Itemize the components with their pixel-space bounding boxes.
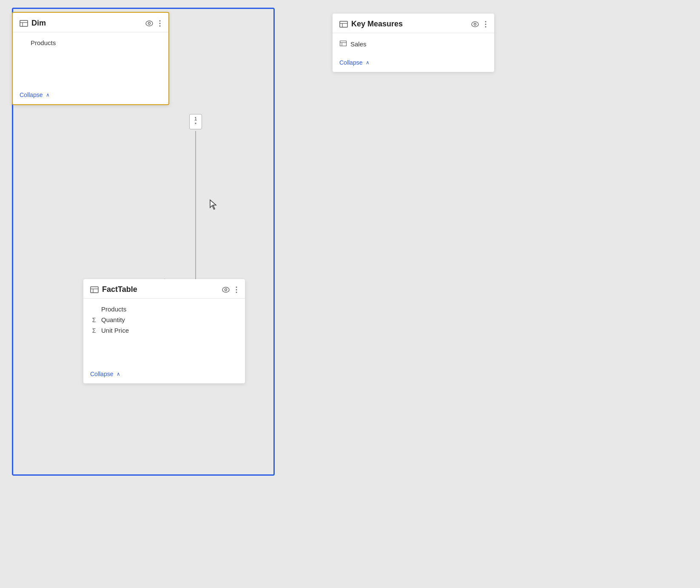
svg-point-8 — [148, 22, 151, 24]
key-measures-body: Sales — [333, 33, 494, 55]
svg-point-26 — [485, 23, 487, 25]
fact-field-unit-price: Σ Unit Price — [90, 325, 238, 336]
sales-label: Sales — [350, 40, 367, 48]
svg-rect-20 — [340, 21, 347, 27]
fact-field-products: Products — [90, 304, 238, 314]
key-measures-collapse-label: Collapse — [339, 59, 362, 66]
dim-products-label: Products — [31, 39, 56, 46]
key-measures-title: Key Measures — [351, 20, 467, 29]
badge-line1: 1 — [194, 116, 197, 122]
dim-card-title: Dim — [31, 19, 141, 28]
fact-card: FactTable — [83, 279, 245, 383]
key-measures-field-sales: Sales — [339, 38, 487, 50]
fact-quantity-icon: Σ — [90, 317, 98, 323]
key-measures-chevron-up-icon: ∧ — [366, 60, 370, 66]
fact-card-header: FactTable — [83, 279, 245, 299]
svg-point-27 — [485, 26, 487, 27]
svg-point-16 — [225, 288, 227, 291]
sales-table-icon — [339, 40, 347, 48]
dim-card-body: Products — [13, 32, 168, 87]
svg-point-25 — [485, 21, 487, 22]
dim-visibility-button[interactable] — [145, 20, 154, 27]
fact-collapse-label: Collapse — [90, 371, 113, 377]
key-measures-header: Key Measures — [333, 14, 494, 33]
svg-point-19 — [236, 291, 237, 293]
badge-line2: * — [195, 122, 196, 127]
dim-table-icon — [20, 19, 28, 28]
key-measures-more-button[interactable] — [484, 20, 487, 29]
fact-card-body: Products Σ Quantity Σ Unit Price — [83, 299, 245, 366]
fact-more-button[interactable] — [235, 285, 238, 294]
fact-visibility-button[interactable] — [221, 286, 230, 294]
key-measures-header-actions — [470, 20, 487, 29]
dim-chevron-up-icon: ∧ — [46, 92, 50, 98]
svg-point-9 — [159, 20, 161, 21]
svg-point-23 — [472, 22, 478, 27]
svg-point-17 — [236, 286, 237, 288]
key-measures-collapse-button[interactable]: Collapse ∧ — [339, 59, 370, 66]
fact-field-quantity: Σ Quantity — [90, 314, 238, 325]
fact-table-icon — [90, 285, 99, 294]
svg-point-11 — [159, 25, 161, 26]
dim-card: Dim Pro — [12, 12, 169, 105]
fact-products-label: Products — [101, 305, 126, 313]
fact-quantity-label: Quantity — [101, 316, 125, 323]
canvas: 1 * Dim — [0, 0, 700, 588]
dim-more-button[interactable] — [158, 19, 162, 28]
svg-rect-4 — [20, 20, 28, 26]
svg-point-24 — [474, 23, 476, 25]
fact-card-footer: Collapse ∧ — [83, 366, 245, 383]
fact-header-actions — [221, 285, 238, 294]
svg-point-18 — [236, 289, 237, 290]
fact-collapse-button[interactable]: Collapse ∧ — [90, 371, 120, 377]
svg-point-7 — [146, 21, 153, 26]
svg-rect-28 — [340, 41, 347, 46]
fact-card-title: FactTable — [102, 285, 218, 294]
svg-point-10 — [159, 23, 161, 24]
key-measures-visibility-button[interactable] — [470, 20, 480, 28]
fact-unit-price-label: Unit Price — [101, 327, 129, 334]
dim-header-actions — [145, 19, 162, 28]
dim-collapse-button[interactable]: Collapse ∧ — [20, 91, 50, 98]
key-measures-footer: Collapse ∧ — [333, 55, 494, 72]
dim-collapse-label: Collapse — [20, 91, 43, 98]
fact-unit-price-icon: Σ — [90, 327, 98, 334]
dim-card-header: Dim — [13, 13, 168, 32]
dim-field-products: Products — [20, 37, 162, 48]
svg-rect-12 — [91, 287, 98, 293]
svg-point-15 — [222, 287, 229, 292]
key-measures-card: Key Measures — [333, 14, 494, 72]
key-measures-table-icon — [339, 20, 348, 29]
relationship-badge: 1 * — [189, 114, 202, 129]
fact-chevron-up-icon: ∧ — [117, 371, 120, 377]
dim-card-footer: Collapse ∧ — [13, 87, 168, 104]
